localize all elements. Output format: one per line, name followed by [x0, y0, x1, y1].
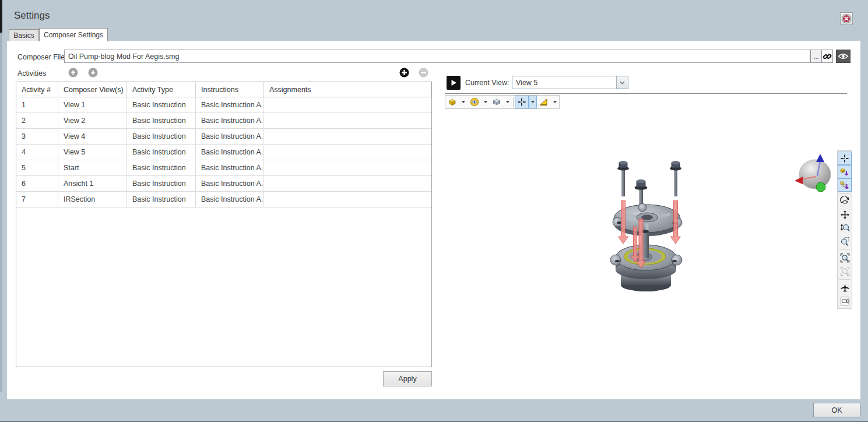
table-cell[interactable]: View 5: [58, 145, 127, 160]
composer-settings-panel: Composer File: ... Activities: [7, 41, 860, 399]
table-cell[interactable]: 4: [16, 145, 58, 160]
table-cell[interactable]: View 4: [58, 129, 127, 145]
table-cell[interactable]: Basic Instruction A...: [196, 176, 264, 192]
table-cell[interactable]: [264, 113, 431, 129]
table-cell[interactable]: Basic Instruction A...: [196, 113, 264, 129]
table-cell[interactable]: Basic Instruction A...: [196, 97, 264, 113]
table-cell[interactable]: 6: [16, 176, 58, 192]
table-row[interactable]: 7IRSectionBasic InstructionBasic Instruc…: [16, 192, 431, 208]
table-cell[interactable]: 7: [16, 192, 58, 208]
play-icon: [450, 79, 457, 86]
zoom-fit-button[interactable]: [838, 251, 852, 265]
visibility-dropdown[interactable]: [482, 96, 490, 108]
select-instance-button[interactable]: [838, 165, 852, 178]
camera-view-button[interactable]: [838, 294, 852, 308]
preview-eye-button[interactable]: [836, 50, 851, 63]
current-view-select[interactable]: View 5: [512, 76, 628, 89]
table-cell[interactable]: Basic Instruction: [127, 113, 196, 129]
table-cell[interactable]: Basic Instruction A...: [196, 160, 264, 176]
table-cell[interactable]: 1: [16, 97, 58, 113]
oil-pump-exploded-model[interactable]: [607, 149, 701, 296]
crosshair-select-button[interactable]: [838, 152, 852, 165]
table-cell[interactable]: 5: [16, 160, 58, 176]
link-button[interactable]: [821, 50, 833, 63]
zoom-selection-button[interactable]: [838, 265, 852, 278]
table-cell[interactable]: [264, 97, 431, 113]
move-activity-down-button[interactable]: [88, 68, 98, 78]
select-geometry-button[interactable]: [838, 178, 852, 192]
ok-button[interactable]: OK: [813, 403, 860, 417]
pan-button[interactable]: [838, 208, 852, 221]
table-row[interactable]: 1View 1Basic InstructionBasic Instructio…: [16, 97, 431, 113]
column-header[interactable]: Activity Type: [127, 82, 196, 97]
zoom-icon: [840, 223, 850, 233]
table-row[interactable]: 3View 4Basic InstructionBasic Instructio…: [16, 129, 431, 145]
table-cell[interactable]: 3: [16, 129, 58, 145]
table-cell[interactable]: Basic Instruction A...: [196, 145, 264, 160]
visibility-button[interactable]: [468, 96, 482, 108]
fly-through-button[interactable]: [838, 281, 852, 294]
table-cell[interactable]: [264, 129, 431, 145]
close-button[interactable]: [840, 12, 853, 25]
zoom-window-icon: [840, 237, 850, 247]
browse-button[interactable]: ...: [810, 50, 822, 63]
column-header[interactable]: Instructions: [196, 82, 264, 97]
table-cell[interactable]: Basic Instruction: [127, 145, 196, 160]
move-activity-up-button[interactable]: [68, 68, 78, 78]
table-cell[interactable]: Basic Instruction: [127, 192, 196, 208]
crosshair-select-icon: [840, 154, 849, 163]
activities-table[interactable]: Activity #Composer View(s)Activity TypeI…: [16, 82, 432, 367]
dropdown-button[interactable]: [616, 76, 628, 89]
filter-button[interactable]: [537, 96, 551, 108]
column-header[interactable]: Assignments: [264, 82, 431, 97]
zoom-window-button[interactable]: [838, 235, 852, 248]
table-cell[interactable]: Basic Instruction: [127, 160, 196, 176]
table-row[interactable]: 2View 2Basic InstructionBasic Instructio…: [16, 113, 431, 129]
table-cell[interactable]: [264, 176, 431, 192]
move-mode-button[interactable]: [515, 96, 529, 108]
table-cell[interactable]: Ansicht 1: [58, 176, 127, 192]
orbit-button[interactable]: [838, 195, 852, 208]
add-activity-button[interactable]: [399, 68, 409, 78]
filter-dropdown[interactable]: [551, 96, 559, 108]
table-cell[interactable]: View 2: [58, 113, 127, 129]
navigation-sphere[interactable]: [794, 153, 835, 195]
table-row[interactable]: 4View 5Basic InstructionBasic Instructio…: [16, 145, 431, 160]
table-row[interactable]: 5StartBasic InstructionBasic Instruction…: [16, 160, 431, 176]
column-header[interactable]: Activity #: [16, 82, 58, 97]
table-row[interactable]: 6Ansicht 1Basic InstructionBasic Instruc…: [16, 176, 431, 192]
table-cell[interactable]: Basic Instruction: [127, 97, 196, 113]
select-instance-icon: [840, 167, 849, 177]
table-cell[interactable]: Basic Instruction A...: [196, 129, 264, 145]
ellipsis-icon: ...: [813, 53, 818, 60]
play-button[interactable]: [447, 76, 461, 90]
current-view-value: View 5: [512, 79, 616, 87]
table-cell[interactable]: Basic Instruction: [127, 129, 196, 145]
remove-activity-button[interactable]: [419, 68, 428, 78]
tab-basics[interactable]: Basics: [9, 29, 39, 41]
camera-view-icon: [840, 296, 850, 306]
window-left-border-soft: [0, 33, 2, 392]
column-header[interactable]: Composer View(s): [58, 82, 127, 97]
activities-section-label: Activities: [17, 69, 46, 78]
tab-composer-settings[interactable]: Composer Settings: [39, 28, 108, 41]
table-cell[interactable]: Start: [58, 160, 127, 176]
table-cell[interactable]: Basic Instruction: [127, 176, 196, 192]
table-cell[interactable]: 2: [16, 113, 58, 129]
viewer-toolbar: [445, 95, 560, 109]
composer-file-input[interactable]: [64, 50, 810, 63]
table-cell[interactable]: [264, 160, 431, 176]
layers-button[interactable]: [490, 96, 504, 108]
zoom-button[interactable]: [838, 221, 852, 235]
table-cell[interactable]: Basic Instruction A...: [196, 192, 264, 208]
table-cell[interactable]: [264, 145, 431, 160]
settings-dialog: Settings Basics Composer Settings Compos…: [0, 0, 868, 422]
layers-dropdown[interactable]: [504, 96, 512, 108]
move-mode-dropdown[interactable]: [529, 96, 537, 108]
render-mode-button[interactable]: [445, 96, 459, 108]
table-cell[interactable]: IRSection: [58, 192, 127, 208]
table-cell[interactable]: [264, 192, 431, 208]
table-cell[interactable]: View 1: [58, 97, 127, 113]
render-mode-dropdown[interactable]: [459, 96, 468, 108]
apply-button[interactable]: Apply: [383, 371, 432, 386]
